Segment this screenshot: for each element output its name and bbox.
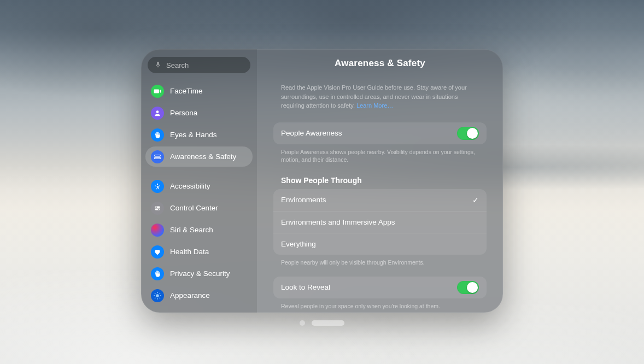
persona-icon <box>151 107 164 120</box>
svg-line-15 <box>155 297 155 298</box>
option-environments[interactable]: Environments ✓ <box>273 189 487 211</box>
sidebar-item-label: Accessibility <box>170 182 210 190</box>
look-to-reveal-row[interactable]: Look to Reveal <box>273 277 487 298</box>
sidebar-item-appearance[interactable]: Appearance <box>145 285 253 306</box>
show-people-footnote: People nearby will only be visible throu… <box>281 259 479 267</box>
option-everything[interactable]: Everything <box>273 233 487 255</box>
people-awareness-footnote: People Awareness shows people nearby. Vi… <box>281 148 479 164</box>
look-to-reveal-label: Look to Reveal <box>281 283 330 291</box>
svg-point-0 <box>156 110 159 113</box>
sidebar-item-awareness-safety[interactable]: Awareness & Safety <box>145 146 253 167</box>
appearance-icon <box>151 289 164 302</box>
svg-rect-1 <box>155 155 161 156</box>
svg-point-6 <box>156 206 157 207</box>
hand-icon <box>151 128 164 142</box>
sidebar-item-label: Persona <box>170 109 197 117</box>
svg-line-14 <box>160 297 160 298</box>
sidebar-item-health-data[interactable]: Health Data <box>145 242 253 262</box>
people-awareness-row[interactable]: People Awareness <box>273 122 487 144</box>
sidebar-item-siri-search[interactable]: Siri & Search <box>145 220 253 240</box>
control-center-icon <box>151 202 164 215</box>
look-to-reveal-footnote: Reveal people in your space only when yo… <box>281 302 479 310</box>
content-pane: Awareness & Safety Read the Apple Vision… <box>257 49 503 313</box>
show-people-card: Environments ✓ Environments and Immersiv… <box>273 189 487 255</box>
settings-window: Search FaceTime Persona Eyes & Hands A <box>141 49 503 313</box>
accessibility-icon <box>151 180 164 193</box>
heart-icon <box>151 245 164 259</box>
sidebar-item-accessibility[interactable]: Accessibility <box>145 176 253 196</box>
people-awareness-label: People Awareness <box>281 129 342 137</box>
search-input[interactable]: Search <box>148 57 250 73</box>
option-label: Environments <box>281 196 326 204</box>
microphone-icon <box>154 61 162 70</box>
checkmark-icon: ✓ <box>472 196 479 204</box>
facetime-icon <box>151 85 164 98</box>
sidebar-item-label: Appearance <box>170 291 210 300</box>
sidebar-item-control-center[interactable]: Control Center <box>145 198 253 218</box>
page-title: Awareness & Safety <box>273 58 487 69</box>
svg-point-3 <box>157 183 158 184</box>
sidebar: Search FaceTime Persona Eyes & Hands A <box>141 49 257 313</box>
option-environments-immersive[interactable]: Environments and Immersive Apps <box>273 211 487 233</box>
svg-point-7 <box>158 208 159 209</box>
svg-line-13 <box>155 293 155 293</box>
svg-point-8 <box>156 294 159 297</box>
sidebar-item-label: Control Center <box>170 204 218 212</box>
sidebar-item-persona[interactable]: Persona <box>145 103 253 123</box>
search-placeholder: Search <box>166 61 189 69</box>
option-label: Environments and Immersive Apps <box>281 218 395 226</box>
sidebar-item-eyes-hands[interactable]: Eyes & Hands <box>145 125 253 145</box>
sidebar-item-facetime[interactable]: FaceTime <box>145 81 253 101</box>
show-people-section-label: Show People Through <box>281 176 479 185</box>
sidebar-item-label: Eyes & Hands <box>170 131 217 139</box>
option-label: Everything <box>281 240 316 248</box>
sidebar-item-label: FaceTime <box>170 87 203 95</box>
sidebar-item-privacy-security[interactable]: Privacy & Security <box>145 263 253 284</box>
learn-more-link[interactable]: Learn More… <box>356 102 393 109</box>
svg-rect-2 <box>155 157 161 158</box>
look-to-reveal-toggle[interactable] <box>457 281 479 294</box>
svg-line-16 <box>160 293 160 293</box>
page-indicator[interactable] <box>300 320 344 326</box>
page-dot[interactable] <box>300 320 305 326</box>
privacy-icon <box>151 267 164 280</box>
awareness-icon <box>151 150 164 163</box>
intro-text: Read the Apple Vision Pro User Guide bef… <box>281 83 479 110</box>
people-awareness-toggle[interactable] <box>457 127 479 140</box>
sidebar-item-label: Siri & Search <box>170 226 213 234</box>
page-pill[interactable] <box>312 320 344 326</box>
look-to-reveal-card: Look to Reveal <box>273 277 487 298</box>
sidebar-item-label: Awareness & Safety <box>170 152 236 161</box>
siri-icon <box>151 224 164 237</box>
sidebar-item-label: Health Data <box>170 248 209 256</box>
sidebar-item-label: Privacy & Security <box>170 269 230 278</box>
people-awareness-card: People Awareness <box>273 122 487 144</box>
